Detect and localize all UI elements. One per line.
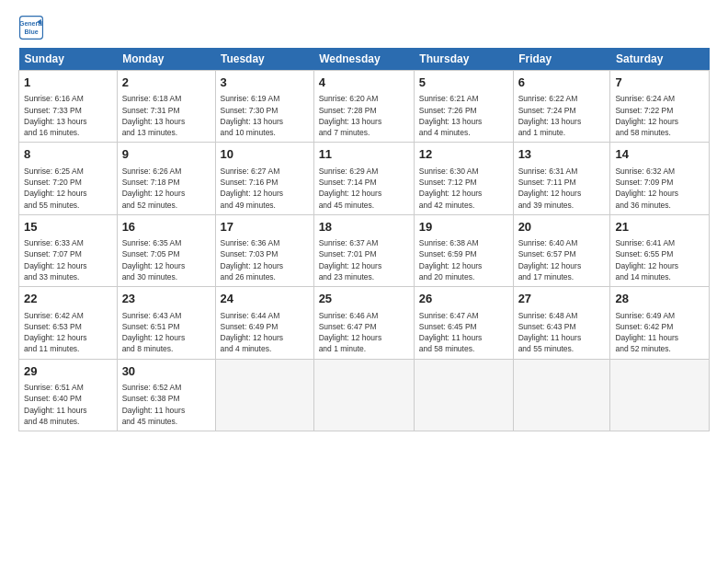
day-number: 8 (24, 146, 112, 163)
calendar-day-cell: 8Sunrise: 6:25 AM Sunset: 7:20 PM Daylig… (19, 143, 118, 214)
day-number: 21 (615, 219, 704, 236)
day-info: Sunrise: 6:32 AM Sunset: 7:09 PM Dayligh… (615, 166, 704, 211)
day-info: Sunrise: 6:52 AM Sunset: 6:38 PM Dayligh… (122, 382, 210, 427)
svg-text:Blue: Blue (24, 29, 38, 35)
calendar-day-cell: 16Sunrise: 6:35 AM Sunset: 7:05 PM Dayli… (117, 214, 215, 286)
day-info: Sunrise: 6:24 AM Sunset: 7:22 PM Dayligh… (615, 93, 704, 138)
day-number: 7 (615, 75, 704, 91)
day-info: Sunrise: 6:36 AM Sunset: 7:03 PM Dayligh… (221, 237, 309, 282)
day-number: 2 (122, 75, 210, 91)
day-info: Sunrise: 6:46 AM Sunset: 6:47 PM Dayligh… (319, 310, 409, 355)
day-info: Sunrise: 6:31 AM Sunset: 7:11 PM Dayligh… (518, 166, 606, 211)
weekday-header: Wednesday (313, 48, 414, 71)
calendar-day-cell: 26Sunrise: 6:47 AM Sunset: 6:45 PM Dayli… (414, 287, 513, 359)
day-number: 16 (122, 219, 210, 236)
calendar-day-cell: 2Sunrise: 6:18 AM Sunset: 7:31 PM Daylig… (117, 71, 215, 143)
day-number: 6 (518, 75, 606, 91)
day-number: 15 (24, 219, 112, 236)
day-info: Sunrise: 6:18 AM Sunset: 7:31 PM Dayligh… (122, 93, 210, 138)
page-container: General Blue SundayMondayTuesdayWednesda… (0, 0, 728, 441)
day-number: 11 (319, 146, 409, 163)
weekday-header: Friday (513, 48, 610, 71)
day-number: 28 (615, 291, 704, 307)
day-number: 4 (319, 75, 409, 91)
day-info: Sunrise: 6:43 AM Sunset: 6:51 PM Dayligh… (122, 310, 210, 355)
day-info: Sunrise: 6:51 AM Sunset: 6:40 PM Dayligh… (24, 382, 112, 427)
weekday-header: Sunday (19, 48, 118, 71)
day-number: 26 (419, 291, 508, 307)
day-number: 17 (221, 219, 309, 236)
day-info: Sunrise: 6:35 AM Sunset: 7:05 PM Dayligh… (122, 237, 210, 282)
day-info: Sunrise: 6:42 AM Sunset: 6:53 PM Dayligh… (24, 310, 112, 355)
day-number: 10 (221, 146, 309, 163)
calendar-day-cell: 9Sunrise: 6:26 AM Sunset: 7:18 PM Daylig… (117, 143, 215, 214)
calendar-week-row: 29Sunrise: 6:51 AM Sunset: 6:40 PM Dayli… (19, 359, 710, 431)
day-info: Sunrise: 6:37 AM Sunset: 7:01 PM Dayligh… (319, 237, 409, 282)
calendar-day-cell: 30Sunrise: 6:52 AM Sunset: 6:38 PM Dayli… (117, 359, 215, 431)
calendar-day-cell: 10Sunrise: 6:27 AM Sunset: 7:16 PM Dayli… (215, 143, 313, 214)
calendar-day-cell: 1Sunrise: 6:16 AM Sunset: 7:33 PM Daylig… (19, 71, 118, 143)
calendar-day-cell: 18Sunrise: 6:37 AM Sunset: 7:01 PM Dayli… (313, 214, 414, 286)
day-info: Sunrise: 6:44 AM Sunset: 6:49 PM Dayligh… (221, 310, 309, 355)
calendar-day-cell: 12Sunrise: 6:30 AM Sunset: 7:12 PM Dayli… (414, 143, 513, 214)
day-number: 9 (122, 146, 210, 163)
calendar-table: SundayMondayTuesdayWednesdayThursdayFrid… (18, 48, 710, 431)
calendar-day-cell (610, 359, 710, 431)
day-info: Sunrise: 6:38 AM Sunset: 6:59 PM Dayligh… (419, 237, 508, 282)
day-number: 25 (319, 291, 409, 307)
day-info: Sunrise: 6:29 AM Sunset: 7:14 PM Dayligh… (319, 166, 409, 211)
calendar-day-cell (215, 359, 313, 431)
calendar-day-cell: 28Sunrise: 6:49 AM Sunset: 6:42 PM Dayli… (610, 287, 710, 359)
calendar-day-cell: 6Sunrise: 6:22 AM Sunset: 7:24 PM Daylig… (513, 71, 610, 143)
day-info: Sunrise: 6:20 AM Sunset: 7:28 PM Dayligh… (319, 93, 409, 138)
day-number: 23 (122, 291, 210, 307)
day-info: Sunrise: 6:30 AM Sunset: 7:12 PM Dayligh… (419, 166, 508, 211)
calendar-day-cell: 29Sunrise: 6:51 AM Sunset: 6:40 PM Dayli… (19, 359, 118, 431)
calendar-day-cell: 24Sunrise: 6:44 AM Sunset: 6:49 PM Dayli… (215, 287, 313, 359)
calendar-day-cell: 4Sunrise: 6:20 AM Sunset: 7:28 PM Daylig… (313, 71, 414, 143)
day-info: Sunrise: 6:25 AM Sunset: 7:20 PM Dayligh… (24, 166, 112, 211)
weekday-header: Saturday (610, 48, 710, 71)
day-number: 20 (518, 219, 606, 236)
day-number: 24 (221, 291, 309, 307)
day-info: Sunrise: 6:40 AM Sunset: 6:57 PM Dayligh… (518, 237, 606, 282)
day-number: 1 (24, 75, 112, 91)
calendar-day-cell: 17Sunrise: 6:36 AM Sunset: 7:03 PM Dayli… (215, 214, 313, 286)
weekday-header: Thursday (414, 48, 513, 71)
calendar-day-cell (414, 359, 513, 431)
day-number: 14 (615, 146, 704, 163)
weekday-header: Monday (117, 48, 215, 71)
day-info: Sunrise: 6:27 AM Sunset: 7:16 PM Dayligh… (221, 166, 309, 211)
day-info: Sunrise: 6:48 AM Sunset: 6:43 PM Dayligh… (518, 310, 606, 355)
logo-icon: General Blue (18, 15, 44, 40)
calendar-day-cell (513, 359, 610, 431)
day-info: Sunrise: 6:33 AM Sunset: 7:07 PM Dayligh… (24, 237, 112, 282)
day-info: Sunrise: 6:22 AM Sunset: 7:24 PM Dayligh… (518, 93, 606, 138)
day-info: Sunrise: 6:26 AM Sunset: 7:18 PM Dayligh… (122, 166, 210, 211)
calendar-day-cell: 21Sunrise: 6:41 AM Sunset: 6:55 PM Dayli… (610, 214, 710, 286)
day-info: Sunrise: 6:21 AM Sunset: 7:26 PM Dayligh… (419, 93, 508, 138)
day-number: 18 (319, 219, 409, 236)
header: General Blue (18, 15, 710, 40)
calendar-week-row: 1Sunrise: 6:16 AM Sunset: 7:33 PM Daylig… (19, 71, 710, 143)
day-info: Sunrise: 6:19 AM Sunset: 7:30 PM Dayligh… (221, 93, 309, 138)
day-info: Sunrise: 6:41 AM Sunset: 6:55 PM Dayligh… (615, 237, 704, 282)
calendar-week-row: 8Sunrise: 6:25 AM Sunset: 7:20 PM Daylig… (19, 143, 710, 214)
day-number: 12 (419, 146, 508, 163)
calendar-day-cell: 14Sunrise: 6:32 AM Sunset: 7:09 PM Dayli… (610, 143, 710, 214)
calendar-day-cell: 22Sunrise: 6:42 AM Sunset: 6:53 PM Dayli… (19, 287, 118, 359)
weekday-header: Tuesday (215, 48, 313, 71)
logo: General Blue (18, 15, 44, 40)
day-number: 3 (221, 75, 309, 91)
day-number: 19 (419, 219, 508, 236)
calendar-week-row: 22Sunrise: 6:42 AM Sunset: 6:53 PM Dayli… (19, 287, 710, 359)
day-number: 22 (24, 291, 112, 307)
calendar-day-cell: 20Sunrise: 6:40 AM Sunset: 6:57 PM Dayli… (513, 214, 610, 286)
calendar-week-row: 15Sunrise: 6:33 AM Sunset: 7:07 PM Dayli… (19, 214, 710, 286)
calendar-day-cell: 15Sunrise: 6:33 AM Sunset: 7:07 PM Dayli… (19, 214, 118, 286)
day-info: Sunrise: 6:49 AM Sunset: 6:42 PM Dayligh… (615, 310, 704, 355)
calendar-body: 1Sunrise: 6:16 AM Sunset: 7:33 PM Daylig… (19, 71, 710, 431)
day-number: 13 (518, 146, 606, 163)
calendar-day-cell (313, 359, 414, 431)
day-number: 5 (419, 75, 508, 91)
